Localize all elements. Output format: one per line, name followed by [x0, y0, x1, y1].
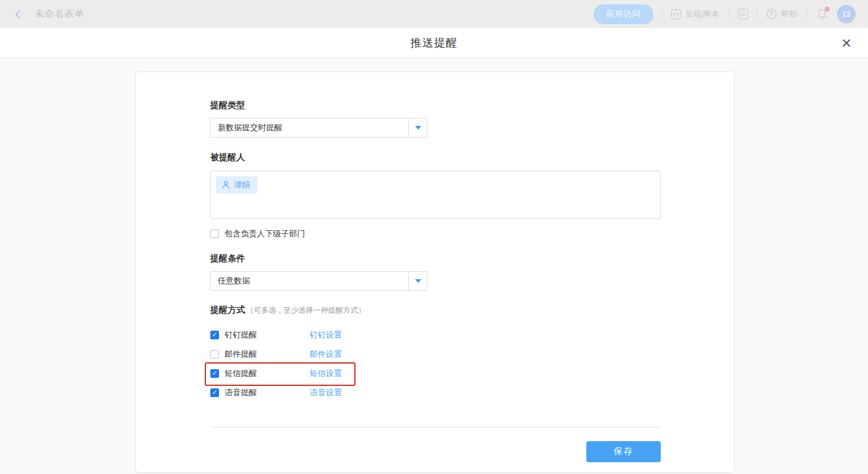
form-title: 未命名表单: [35, 8, 84, 20]
reminder-type-arrow[interactable]: [408, 118, 427, 137]
code-icon: [671, 9, 681, 19]
reminder-methods-hint: （可多选，至少选择一种提醒方式）: [246, 305, 365, 316]
method-row-voice: ✓ 语音提醒 语音设置: [210, 383, 459, 402]
include-subdept-label: 包含负责人下级子部门: [225, 228, 305, 239]
backend-script-label: 后端脚本: [685, 9, 720, 20]
reminder-type-value: 新数据提交时提醒: [211, 122, 408, 133]
reminder-methods-label-row: 提醒方式 （可多选，至少选择一种提醒方式）: [210, 305, 365, 316]
footer-divider: [210, 427, 661, 427]
reminded-people-field[interactable]: 谭娟: [210, 171, 661, 219]
include-subdept-row: ✓ 包含负责人下级子部门: [210, 228, 305, 239]
dingtalk-label: 钉钉提醒: [225, 329, 310, 341]
include-subdept-checkbox[interactable]: ✓: [210, 230, 219, 238]
backend-script-button[interactable]: 后端脚本: [671, 9, 720, 20]
email-settings-link[interactable]: 邮件设置: [310, 349, 342, 360]
header-divider: [807, 9, 807, 19]
dingtalk-settings-link[interactable]: 钉钉设置: [310, 329, 342, 341]
notification-dot: [825, 7, 830, 12]
back-button[interactable]: [12, 9, 24, 20]
reminder-type-label: 提醒类型: [210, 100, 245, 111]
avatar[interactable]: 13: [837, 5, 856, 24]
chevron-left-icon: [12, 9, 24, 20]
app-access-button[interactable]: 应用访问: [594, 4, 653, 24]
svg-text:A: A: [742, 11, 746, 17]
voice-checkbox[interactable]: ✓: [210, 388, 219, 397]
method-row-dingtalk: ✓ 钉钉提醒 钉钉设置: [210, 325, 459, 344]
reminder-condition-select[interactable]: 任意数据: [210, 271, 427, 291]
help-icon: ?: [766, 9, 777, 19]
person-tag[interactable]: 谭娟: [216, 176, 257, 194]
save-button[interactable]: 保存: [586, 441, 661, 462]
method-row-sms: ✓ 短信提醒 短信设置: [210, 364, 459, 383]
email-label: 邮件提醒: [225, 349, 310, 360]
email-checkbox[interactable]: ✓: [210, 350, 219, 359]
chevron-down-icon: [415, 126, 421, 130]
help-button[interactable]: ? 帮助: [766, 9, 798, 20]
reminder-type-select[interactable]: 新数据提交时提醒: [210, 118, 427, 138]
sms-label: 短信提醒: [225, 368, 310, 379]
app-header: 未命名表单 应用访问 后端脚本 A ? 帮助 13: [0, 0, 868, 28]
header-divider: [662, 9, 663, 19]
field-template-button[interactable]: A: [738, 9, 748, 19]
push-reminder-dialog: 推送提醒 ✕ 提醒类型 新数据提交时提醒 被提醒人 谭娟 ✓ 包含负责人下级子部…: [0, 28, 868, 474]
voice-settings-link[interactable]: 语音设置: [310, 387, 342, 398]
sms-settings-link[interactable]: 短信设置: [310, 368, 342, 379]
person-tag-name: 谭娟: [234, 179, 250, 190]
reminder-condition-arrow[interactable]: [408, 272, 427, 290]
help-label: 帮助: [781, 9, 798, 20]
dingtalk-checkbox[interactable]: ✓: [210, 331, 219, 339]
method-row-email: ✓ 邮件提醒 邮件设置: [210, 344, 459, 364]
dialog-title: 推送提醒: [411, 35, 458, 50]
voice-label: 语音提醒: [225, 387, 310, 398]
reminded-people-label: 被提醒人: [210, 152, 245, 163]
sms-checkbox[interactable]: ✓: [210, 369, 219, 378]
dialog-titlebar: 推送提醒 ✕: [0, 28, 868, 58]
notifications-button[interactable]: [816, 8, 828, 20]
settings-card: 提醒类型 新数据提交时提醒 被提醒人 谭娟 ✓ 包含负责人下级子部门 提醒条件: [135, 71, 735, 473]
person-icon: [221, 181, 230, 189]
template-a-icon: A: [738, 9, 748, 19]
close-icon[interactable]: ✕: [838, 34, 854, 52]
header-divider: [757, 9, 758, 19]
header-divider: [728, 9, 729, 19]
reminder-methods-label: 提醒方式: [210, 305, 245, 316]
reminder-condition-value: 任意数据: [211, 275, 408, 287]
chevron-down-icon: [415, 279, 421, 283]
reminder-methods-list: ✓ 钉钉提醒 钉钉设置 ✓ 邮件提醒 邮件设置 ✓ 短信提醒 短信设置 ✓ 语音…: [210, 325, 459, 402]
reminder-condition-label: 提醒条件: [210, 253, 245, 264]
svg-text:?: ?: [769, 11, 774, 17]
